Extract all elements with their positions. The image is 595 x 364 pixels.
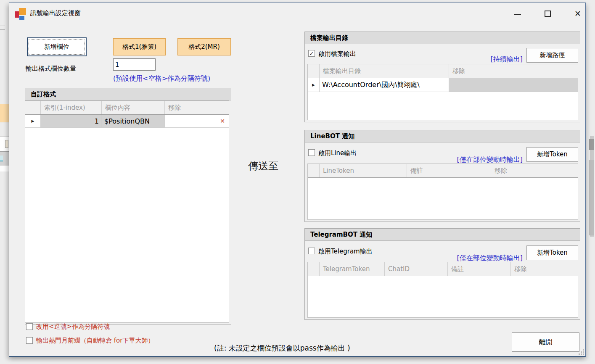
continuous-output-hint[interactable]: [持續輸出] <box>491 55 523 64</box>
hot-month-prefix-label: 輸出熱門月前綴（自動轉倉 for下單大師） <box>36 337 154 345</box>
app-icon <box>15 8 27 20</box>
enable-file-output-checkbox[interactable]: ✓ <box>308 50 315 57</box>
enable-line-output-checkbox[interactable] <box>308 149 315 156</box>
background-window-right-cell-sliver <box>589 139 594 150</box>
column-header-remove[interactable]: 移除 <box>491 164 578 177</box>
field-count-input[interactable] <box>113 58 156 71</box>
hot-month-prefix-checkbox[interactable] <box>26 337 33 344</box>
send-to-label: 傳送至 <box>248 159 278 173</box>
check-icon: ✓ <box>309 50 314 57</box>
column-header-note[interactable]: 備註 <box>448 262 511 276</box>
enable-telegram-output-checkbox[interactable] <box>308 248 315 254</box>
enable-telegram-output-label: 啟用Telegram輸出 <box>318 248 373 256</box>
close-button[interactable]: ✕ <box>568 7 587 20</box>
column-header-remove[interactable]: 移除 <box>165 101 229 114</box>
table-row[interactable]: ▶ W:\AccountOrder\國內\簡翊庭\ <box>308 78 578 92</box>
column-header-note[interactable]: 備註 <box>407 164 491 177</box>
title-bar[interactable]: 訊號輸出設定視窗 ✕ <box>9 3 585 22</box>
file-output-table-header: 檔案輸出目錄 移除 <box>308 64 578 78</box>
linebot-table-header: LineToken 備註 移除 <box>308 164 578 178</box>
telegrambot-group-title: TelegramBOT 通知 <box>305 229 580 241</box>
enable-line-output-label: 啟用Line輸出 <box>318 149 357 157</box>
telegrambot-table: TelegramToken ChatID 備註 移除 <box>307 262 578 318</box>
row-arrow-icon: ▶ <box>32 119 34 123</box>
resize-grip-icon[interactable] <box>578 349 584 355</box>
minimize-button[interactable] <box>508 7 527 20</box>
column-header-linetoken[interactable]: LineToken <box>320 164 407 177</box>
table-row[interactable]: ▶ 1 $PositionQBN ✕ <box>25 115 229 128</box>
cell-remove[interactable]: ✕ <box>165 115 229 127</box>
row-selector-header[interactable] <box>308 164 320 177</box>
window-title: 訊號輸出設定視窗 <box>30 9 81 17</box>
close-icon: ✕ <box>574 10 581 18</box>
maximize-button[interactable] <box>538 7 557 20</box>
cell-path[interactable]: W:\AccountOrder\國內\簡翊庭\ <box>320 78 449 92</box>
cell-content[interactable]: $PositionQBN <box>102 115 165 127</box>
column-header-telegramtoken[interactable]: TelegramToken <box>320 262 385 276</box>
position-change-hint[interactable]: [僅在部位變動時輸出] <box>457 156 523 164</box>
custom-format-table-header: 索引(1-index) 欄位內容 移除 <box>25 101 229 115</box>
field-count-label: 輸出格式欄位數量 <box>26 65 76 73</box>
add-field-button[interactable]: 新增欄位 <box>27 37 87 56</box>
custom-format-table: 索引(1-index) 欄位內容 移除 ▶ 1 $PositionQBN ✕ <box>25 100 229 323</box>
cell-remove[interactable] <box>449 78 578 92</box>
column-header-chatid[interactable]: ChatID <box>385 262 448 276</box>
signal-output-settings-dialog: 訊號輸出設定視窗 ✕ 新增欄位 格式1(雅策) 格式2(MR) 輸出格式欄位數量… <box>9 3 586 357</box>
row-selector-cell[interactable]: ▶ <box>25 115 41 127</box>
maximize-icon <box>545 11 551 17</box>
file-output-group-title: 檔案輸出目錄 <box>305 32 580 44</box>
file-output-group: 檔案輸出目錄 ✓ 啟用檔案輸出 [持續輸出] 新增路徑 檔案輸出目錄 移除 ▶ … <box>304 32 580 122</box>
column-header-content[interactable]: 欄位內容 <box>102 101 165 114</box>
format2-button[interactable]: 格式2(MR) <box>177 38 231 55</box>
minimize-icon <box>514 14 521 15</box>
position-change-hint[interactable]: [僅在部位變動時輸出] <box>457 254 523 263</box>
column-header-remove[interactable]: 移除 <box>511 262 578 276</box>
format1-button[interactable]: 格式1(雅策) <box>113 38 166 55</box>
linebot-table: LineToken 備註 移除 <box>307 164 578 220</box>
background-window-orange-button-sliver <box>0 104 9 122</box>
linebot-group: LineBOT 通知 啟用Line輸出 [僅在部位變動時輸出] 新增Token … <box>304 130 580 222</box>
row-selector-header[interactable] <box>308 262 320 276</box>
background-window-right-cell-sliver2 <box>589 160 594 235</box>
background-window-white-row-sliver <box>0 166 9 171</box>
custom-format-group-title: 自訂格式 <box>25 88 231 100</box>
file-output-table: 檔案輸出目錄 移除 ▶ W:\AccountOrder\國內\簡翊庭\ <box>307 64 578 120</box>
background-window-left-line2 <box>0 29 5 30</box>
row-selector-header[interactable] <box>25 101 41 114</box>
telegrambot-table-header: TelegramToken ChatID 備註 移除 <box>308 262 578 276</box>
row-selector-header[interactable] <box>308 64 320 78</box>
column-header-remove[interactable]: 移除 <box>449 64 578 78</box>
add-telegram-token-button[interactable]: 新增Token <box>526 245 578 260</box>
comma-separator-label: 改用<逗號>作為分隔符號 <box>36 323 110 331</box>
background-window-left-line1 <box>0 26 5 26</box>
cell-index[interactable]: 1 <box>41 115 102 127</box>
separator-hint: (預設使用<空格>作為分隔符號) <box>113 74 210 83</box>
add-line-token-button[interactable]: 新增Token <box>526 147 578 162</box>
default-pass-note: (註: 未設定之欄位預設會以pass作為輸出 ) <box>214 343 350 353</box>
column-header-index[interactable]: 索引(1-index) <box>41 101 102 114</box>
row-arrow-icon: ▶ <box>312 83 315 87</box>
linebot-group-title: LineBOT 通知 <box>305 130 580 142</box>
remove-row-icon[interactable]: ✕ <box>220 118 229 124</box>
background-window-header-glyph <box>5 140 8 148</box>
telegrambot-group: TelegramBOT 通知 啟用Telegram輸出 [僅在部位變動時輸出] … <box>304 228 580 320</box>
background-window-teal-link-sliver <box>0 156 3 161</box>
comma-separator-checkbox[interactable] <box>26 323 33 330</box>
column-header-path[interactable]: 檔案輸出目錄 <box>320 64 449 78</box>
add-path-button[interactable]: 新增路徑 <box>526 48 578 63</box>
custom-format-group: 自訂格式 索引(1-index) 欄位內容 移除 ▶ 1 $PositionQB… <box>25 88 231 324</box>
row-selector-cell[interactable]: ▶ <box>308 78 320 92</box>
enable-file-output-label: 啟用檔案輸出 <box>318 50 356 58</box>
exit-button[interactable]: 離開 <box>512 332 579 352</box>
